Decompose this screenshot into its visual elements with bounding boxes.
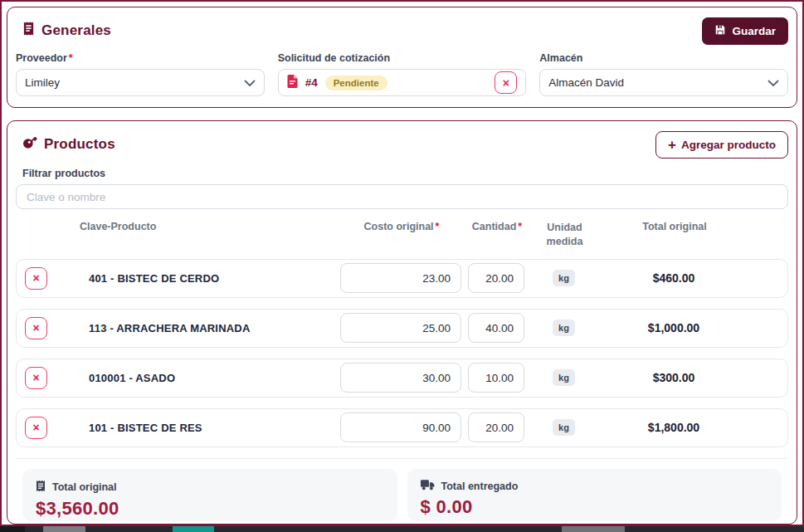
unit-badge: kg: [553, 369, 575, 386]
close-icon: ×: [32, 272, 39, 284]
almacen-select[interactable]: Almacén David: [539, 69, 788, 96]
almacen-field: Almacén Almacén David: [539, 52, 788, 96]
solicitud-box: #4 Pendiente ×: [278, 69, 527, 96]
remove-row-button[interactable]: ×: [25, 317, 47, 339]
productos-title: Productos: [22, 134, 115, 154]
taskbar[interactable]: [0, 526, 804, 532]
proveedor-field: Proveedor* Limiley: [16, 52, 265, 96]
generales-title: Generales: [22, 21, 111, 41]
product-name: 101 - BISTEC DE RES: [89, 422, 202, 434]
table-row: × 113 - ARRACHERA MARINADA kg $1,000.00: [16, 309, 788, 348]
proveedor-value: Limiley: [25, 76, 60, 89]
almacen-label: Almacén: [539, 52, 788, 64]
row-total: $300.00: [603, 371, 744, 384]
taskbar-segment: [562, 526, 625, 532]
product-name: 401 - BISTEC DE CERDO: [89, 272, 219, 285]
close-icon: ×: [503, 77, 509, 89]
status-badge: Pendiente: [325, 76, 387, 90]
filter-label: Filtrar productos: [22, 168, 788, 179]
save-button-label: Guardar: [732, 25, 776, 37]
floppy-disk-icon: [714, 24, 726, 38]
close-icon: ×: [32, 422, 39, 433]
remove-row-button[interactable]: ×: [25, 367, 47, 389]
taskbar-segment: [0, 526, 25, 532]
close-icon: ×: [32, 372, 39, 383]
almacen-value: Almacén David: [548, 76, 624, 89]
clear-solicitud-button[interactable]: ×: [495, 71, 517, 94]
filter-input[interactable]: [16, 184, 788, 209]
cantidad-input[interactable]: [468, 412, 524, 442]
meat-icon: [22, 134, 37, 154]
unit-badge: kg: [553, 419, 575, 436]
product-name: 010001 - ASADO: [89, 372, 175, 384]
taskbar-segment: [173, 526, 214, 532]
chevron-down-icon: [767, 76, 779, 90]
cantidad-input[interactable]: [468, 263, 524, 293]
proveedor-select[interactable]: Limiley: [16, 69, 265, 96]
generales-card: Generales Guardar Proveedor* Limiley Sol…: [7, 7, 797, 108]
cantidad-input[interactable]: [468, 313, 524, 343]
header-cantidad: Cantidad*: [469, 221, 525, 232]
divider: [16, 458, 788, 459]
add-product-label: Agregar producto: [681, 139, 776, 151]
required-asterisk: *: [518, 221, 522, 232]
add-product-button[interactable]: + Agregar producto: [655, 131, 788, 159]
product-name: 113 - ARRACHERA MARINADA: [89, 322, 251, 334]
save-button[interactable]: Guardar: [702, 17, 788, 45]
row-total: $1,800.00: [603, 421, 744, 434]
costo-input[interactable]: [340, 313, 461, 343]
taskbar-segment: [43, 526, 85, 532]
row-total: $460.00: [603, 271, 744, 285]
productos-title-label: Productos: [44, 136, 115, 153]
close-icon: ×: [32, 322, 39, 334]
solicitud-field: Solicitud de cotización #4 Pendiente ×: [278, 52, 527, 96]
header-total: Total original: [604, 221, 745, 232]
total-original-label: Total original: [52, 481, 117, 493]
plus-icon: +: [668, 138, 676, 152]
header-clave: Clave-Producto: [24, 221, 156, 232]
required-asterisk: *: [69, 52, 73, 64]
table-header: Clave-Producto Costo original* Cantidad*…: [16, 221, 788, 259]
total-entregado-value: $ 0.00: [421, 496, 769, 518]
total-original-card: Total original $3,560.00: [22, 469, 397, 521]
remove-row-button[interactable]: ×: [25, 417, 47, 439]
costo-input[interactable]: [340, 263, 461, 293]
unit-badge: kg: [553, 320, 575, 336]
header-unidad: Unidad medida: [525, 221, 604, 249]
table-row: × 101 - BISTEC DE RES kg $1,800.00: [16, 408, 788, 447]
cantidad-input[interactable]: [468, 363, 524, 393]
row-total: $1,000.00: [603, 321, 744, 334]
generales-title-label: Generales: [41, 22, 111, 39]
chevron-down-icon: [244, 76, 256, 90]
total-entregado-label: Total entregado: [441, 481, 519, 492]
receipt-small-icon: [36, 480, 46, 495]
remove-row-button[interactable]: ×: [25, 267, 47, 290]
costo-input[interactable]: [340, 363, 461, 393]
unit-badge: kg: [553, 270, 575, 286]
table-row: × 401 - BISTEC DE CERDO kg $460.00: [16, 259, 788, 298]
table-row: × 010001 - ASADO kg $300.00: [16, 359, 788, 398]
costo-input[interactable]: [340, 412, 461, 442]
productos-card: Productos + Agregar producto Filtrar pro…: [7, 120, 797, 525]
solicitud-label: Solicitud de cotización: [278, 52, 527, 64]
receipt-icon: [22, 21, 35, 41]
required-asterisk: *: [436, 221, 440, 232]
total-entregado-card: Total entregado $ 0.00: [407, 469, 782, 521]
document-icon: [287, 75, 298, 91]
truck-icon: [421, 480, 435, 493]
total-original-value: $3,560.00: [36, 498, 384, 520]
solicitud-number: #4: [305, 76, 318, 89]
header-costo: Costo original*: [341, 221, 462, 232]
proveedor-label: Proveedor*: [16, 52, 265, 64]
